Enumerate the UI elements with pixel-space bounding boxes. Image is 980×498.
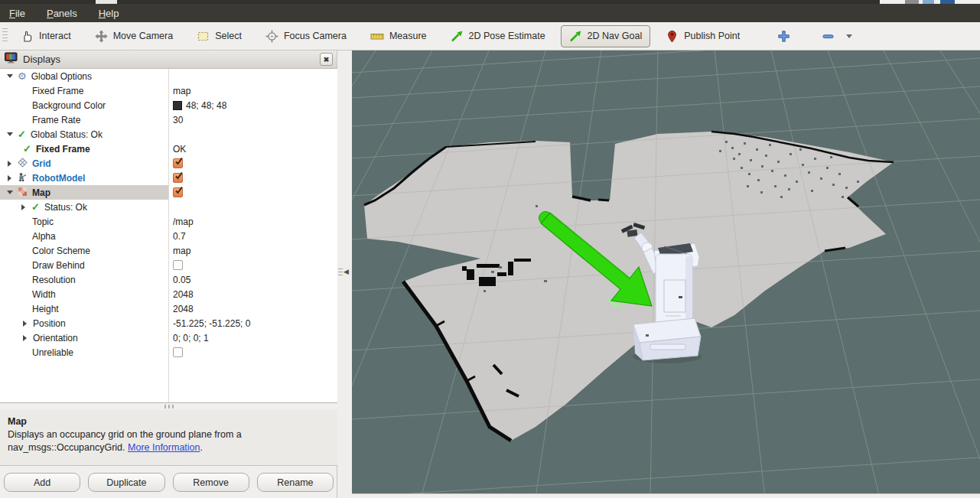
- toolbar-drag-handle[interactable]: [2, 28, 8, 44]
- display-actions: Add Duplicate Remove Rename: [0, 473, 337, 492]
- move-arrows-icon: [95, 30, 108, 43]
- render-viewport[interactable]: [352, 50, 980, 498]
- tool-label: Focus Camera: [284, 31, 347, 41]
- row-value[interactable]: /map: [168, 216, 194, 227]
- tree-row-global-options[interactable]: ⚙ Global Options: [0, 69, 337, 83]
- row-value[interactable]: 0.7: [168, 231, 186, 242]
- menu-file[interactable]: File: [9, 8, 25, 19]
- display-description: Map Displays an occupancy grid on the gr…: [0, 410, 337, 466]
- tool-2d-nav-goal[interactable]: 2D Nav Goal: [561, 25, 651, 47]
- expand-arrow[interactable]: [21, 335, 28, 341]
- expand-arrow[interactable]: [21, 321, 28, 327]
- expand-arrow[interactable]: [6, 129, 13, 139]
- tree-row-width[interactable]: Width 2048: [0, 287, 337, 301]
- tree-row-height[interactable]: Height 2048: [0, 301, 337, 316]
- enabled-checkbox[interactable]: [173, 158, 183, 168]
- tool-measure[interactable]: Measure: [362, 25, 435, 47]
- remove-tool-button[interactable]: [813, 25, 861, 47]
- row-label: Height: [32, 304, 59, 314]
- more-information-link[interactable]: More Information: [128, 442, 200, 453]
- tool-label: Interact: [39, 31, 71, 41]
- tree-row-status-fixed-frame[interactable]: ✓ Fixed Frame OK: [0, 142, 337, 156]
- row-value[interactable]: [168, 187, 183, 197]
- row-value[interactable]: [168, 158, 183, 168]
- row-value[interactable]: [168, 260, 183, 270]
- hand-icon: [21, 30, 34, 43]
- minus-icon: [822, 30, 835, 43]
- displays-panel-header[interactable]: Displays ✖: [0, 50, 337, 69]
- robot-icon: [18, 172, 28, 184]
- expand-arrow[interactable]: [6, 175, 13, 181]
- tree-row-unreliable[interactable]: Unreliable: [0, 345, 337, 360]
- expand-arrow[interactable]: [6, 161, 13, 167]
- row-value[interactable]: map: [168, 246, 190, 256]
- add-tool-button[interactable]: [769, 25, 799, 47]
- enabled-checkbox[interactable]: [173, 187, 183, 197]
- description-title: Map: [8, 415, 330, 428]
- duplicate-button[interactable]: Duplicate: [88, 473, 164, 492]
- menu-panels[interactable]: Panels: [47, 8, 77, 19]
- tool-select[interactable]: Select: [188, 25, 250, 47]
- tool-publish-point[interactable]: Publish Point: [657, 25, 748, 47]
- row-value[interactable]: 30: [168, 115, 183, 125]
- rename-button[interactable]: Rename: [257, 473, 334, 492]
- tree-row-topic[interactable]: Topic /map: [0, 214, 337, 229]
- unreliable-checkbox[interactable]: [173, 347, 183, 357]
- tree-row-grid[interactable]: Grid: [0, 156, 337, 171]
- splitter-grip: [338, 269, 343, 275]
- tree-row-map[interactable]: Map: [0, 185, 337, 200]
- row-label: Unreliable: [32, 347, 73, 358]
- tree-row-global-status[interactable]: ✓ Global Status: Ok: [0, 127, 337, 142]
- description-line2: nav_msgs::OccupancyGrid. More Informatio…: [8, 441, 330, 454]
- render-canvas[interactable]: [352, 50, 980, 498]
- tool-label: Select: [215, 31, 242, 41]
- tree-row-draw-behind[interactable]: Draw Behind: [0, 258, 337, 272]
- panel-viewport-splitter[interactable]: ◀: [337, 50, 352, 498]
- tool-2d-pose-estimate[interactable]: 2D Pose Estimate: [442, 25, 554, 47]
- row-value[interactable]: 48; 48; 48: [168, 100, 226, 111]
- tree-row-frame-rate[interactable]: Frame Rate 30: [0, 112, 337, 127]
- crosshair-icon: [265, 30, 278, 43]
- tree-row-background-color[interactable]: Background Color 48; 48; 48: [0, 98, 337, 112]
- panel-splitter-handle[interactable]: [0, 403, 337, 410]
- tree-row-map-status[interactable]: ✓ Status: Ok: [0, 200, 337, 214]
- plus-icon: [777, 30, 790, 43]
- remove-button[interactable]: Remove: [173, 473, 249, 492]
- row-label: Frame Rate: [32, 115, 80, 125]
- row-label: Resolution: [32, 275, 76, 285]
- displays-panel: Displays ✖ ⚙ Global Options Fixed Frame …: [0, 50, 337, 498]
- menu-help[interactable]: Help: [99, 8, 119, 19]
- tool-interact[interactable]: Interact: [12, 25, 80, 47]
- draw-behind-checkbox[interactable]: [173, 260, 183, 270]
- tool-label: Measure: [389, 31, 427, 41]
- row-label: Orientation: [33, 333, 78, 343]
- close-icon[interactable]: ✖: [320, 53, 333, 66]
- row-value[interactable]: [168, 173, 183, 183]
- row-value[interactable]: map: [168, 86, 190, 96]
- tool-move-camera[interactable]: Move Camera: [86, 25, 182, 47]
- add-button[interactable]: Add: [4, 473, 80, 492]
- tree-row-robotmodel[interactable]: RobotModel: [0, 171, 337, 185]
- tree-row-fixed-frame[interactable]: Fixed Frame map: [0, 83, 337, 98]
- selection-box-icon: [197, 30, 210, 43]
- row-value[interactable]: [168, 347, 183, 357]
- tree-row-orientation[interactable]: Orientation 0; 0; 0; 1: [0, 330, 337, 345]
- expand-arrow[interactable]: [6, 71, 13, 81]
- expand-arrow[interactable]: [6, 187, 13, 197]
- tree-row-position[interactable]: Position -51.225; -51.225; 0: [0, 316, 337, 330]
- row-value: OK: [168, 144, 186, 155]
- green-arrow-icon: [569, 30, 582, 43]
- color-value: 48; 48; 48: [186, 100, 226, 111]
- expand-arrow[interactable]: [20, 204, 27, 210]
- status-ok-icon: ✓: [23, 144, 31, 154]
- collapse-panel-button[interactable]: ◀: [337, 262, 352, 282]
- enabled-checkbox[interactable]: [173, 173, 183, 183]
- tree-row-alpha[interactable]: Alpha 0.7: [0, 229, 337, 243]
- tree-row-resolution[interactable]: Resolution 0.05: [0, 272, 337, 287]
- tool-focus-camera[interactable]: Focus Camera: [257, 25, 355, 47]
- row-value: 0.05: [168, 275, 190, 285]
- tool-label: 2D Nav Goal: [588, 31, 643, 41]
- chevron-down-icon[interactable]: [846, 34, 852, 41]
- tree-row-color-scheme[interactable]: Color Scheme map: [0, 243, 337, 258]
- window-bottom-edge: [352, 493, 980, 498]
